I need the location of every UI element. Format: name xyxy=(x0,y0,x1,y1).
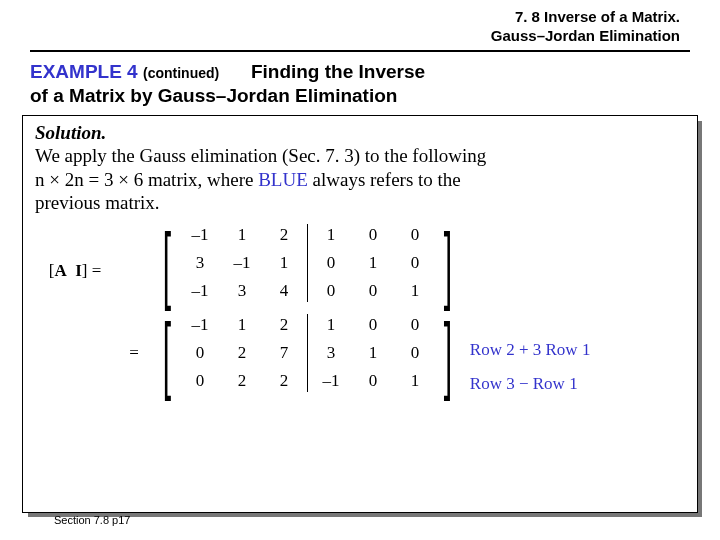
solution-box: Solution. We apply the Gauss elimination… xyxy=(22,115,698,513)
solution-text: We apply the Gauss elimination (Sec. 7. … xyxy=(35,144,685,215)
bracket-open-icon: [ xyxy=(163,318,171,388)
row-op-2: Row 3 − Row 1 xyxy=(470,367,591,401)
example-title-2: of a Matrix by Gauss–Jordan Elimination xyxy=(30,85,397,106)
cell: 0 xyxy=(352,221,394,249)
cell: 0 xyxy=(394,311,436,339)
example-heading: EXAMPLE 4 (continued) Finding the Invers… xyxy=(0,58,720,109)
cell: 1 xyxy=(352,339,394,367)
cell: 2 xyxy=(263,221,305,249)
cell: 3 xyxy=(221,277,263,305)
matrix-1-left: –112 3–11 –134 xyxy=(179,221,305,305)
row-op-1: Row 2 + 3 Row 1 xyxy=(470,333,591,367)
cell: 2 xyxy=(221,367,263,395)
lhs: [A I] = xyxy=(35,221,115,281)
header-line-2: Gauss–Jordan Elimination xyxy=(491,27,680,44)
cell: 4 xyxy=(263,277,305,305)
header-line-1: 7. 8 Inverse of a Matrix. xyxy=(515,8,680,25)
cell: 1 xyxy=(394,367,436,395)
example-label: EXAMPLE 4 xyxy=(30,61,138,82)
bracket-close-icon: ] xyxy=(444,318,452,388)
cell: –1 xyxy=(179,311,221,339)
bracket-open-icon: [ xyxy=(163,228,171,298)
cell: 3 xyxy=(310,339,352,367)
cell: 0 xyxy=(310,249,352,277)
matrix-1-row: [ –112 3–11 –134 100 010 001 xyxy=(125,221,460,305)
cell: 3 xyxy=(179,249,221,277)
matrix-1-right: 100 010 001 xyxy=(310,221,436,305)
cell: 0 xyxy=(352,277,394,305)
cell: 0 xyxy=(394,221,436,249)
matrix-2: [ –112 027 022 100 310 –101 xyxy=(155,311,460,395)
math-area: [A I] = [ –112 3–11 –134 xyxy=(35,221,685,401)
header-rule xyxy=(30,50,690,52)
solution-head: Solution. xyxy=(35,122,685,144)
cell: 0 xyxy=(394,339,436,367)
lhs-close: ] xyxy=(82,261,88,280)
matrix-2-row: = [ –112 027 022 100 310 xyxy=(125,311,460,395)
lhs-I: I xyxy=(75,261,82,280)
cell: –1 xyxy=(179,221,221,249)
lhs-eq: = xyxy=(92,261,102,280)
slide-header: 7. 8 Inverse of a Matrix. Gauss–Jordan E… xyxy=(0,0,720,48)
row-operations: Row 2 + 3 Row 1 Row 3 − Row 1 xyxy=(470,221,591,401)
eq-2: = xyxy=(125,343,143,363)
cell: 1 xyxy=(310,221,352,249)
cell: 1 xyxy=(221,311,263,339)
cell: –1 xyxy=(221,249,263,277)
cell: 1 xyxy=(310,311,352,339)
cell: 2 xyxy=(263,311,305,339)
cell: 0 xyxy=(352,367,394,395)
cell: 1 xyxy=(394,277,436,305)
example-title-1: Finding the Inverse xyxy=(251,61,425,82)
lhs-A: A xyxy=(54,261,66,280)
matrix-2-right: 100 310 –101 xyxy=(310,311,436,395)
matrix-2-left: –112 027 022 xyxy=(179,311,305,395)
slide: 7. 8 Inverse of a Matrix. Gauss–Jordan E… xyxy=(0,0,720,540)
sol-line-1: We apply the Gauss elimination (Sec. 7. … xyxy=(35,145,486,166)
matrix-1: [ –112 3–11 –134 100 010 001 xyxy=(155,221,460,305)
sol-line-3: previous matrix. xyxy=(35,192,160,213)
sol-line-2b: always refers to the xyxy=(308,169,461,190)
cell: 0 xyxy=(179,367,221,395)
cell: 0 xyxy=(352,311,394,339)
bracket-close-icon: ] xyxy=(444,228,452,298)
cell: 0 xyxy=(394,249,436,277)
footer: Section 7.8 p17 xyxy=(54,514,130,526)
cell: –1 xyxy=(310,367,352,395)
sol-blue: BLUE xyxy=(258,169,308,190)
example-continued: (continued) xyxy=(143,65,219,81)
aug-bar xyxy=(307,314,308,392)
cell: 2 xyxy=(263,367,305,395)
cell: 0 xyxy=(179,339,221,367)
cell: 7 xyxy=(263,339,305,367)
matrices: [ –112 3–11 –134 100 010 001 xyxy=(125,221,460,395)
cell: 0 xyxy=(310,277,352,305)
cell: 1 xyxy=(221,221,263,249)
solution-box-wrap: Solution. We apply the Gauss elimination… xyxy=(22,115,698,513)
sol-line-2a: n × 2n = 3 × 6 matrix, where xyxy=(35,169,258,190)
cell: 2 xyxy=(221,339,263,367)
cell: 1 xyxy=(352,249,394,277)
aug-bar xyxy=(307,224,308,302)
cell: –1 xyxy=(179,277,221,305)
cell: 1 xyxy=(263,249,305,277)
